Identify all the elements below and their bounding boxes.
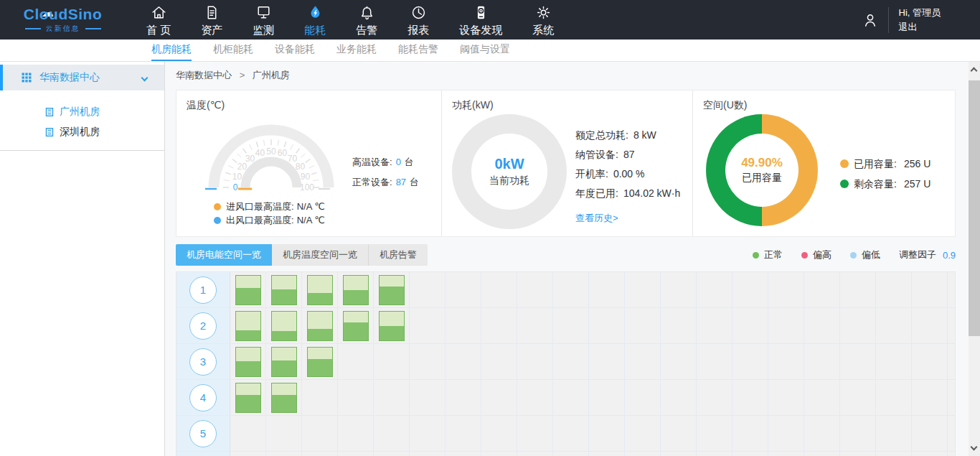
grid-cell [481,452,517,456]
sidebar-item-room[interactable]: 广州机房 [0,102,164,122]
rack-item[interactable] [271,383,297,413]
rack-legend: 正常偏高偏低 调整因子 0.9 [734,248,956,261]
scrollbar-thumb[interactable] [969,80,980,336]
nav-item-energy[interactable]: 能耗 [289,0,341,39]
grid-cell [768,308,804,343]
power-stat: 年度已用:104.02 kW·h [575,184,680,203]
scroll-up-icon[interactable] [971,68,978,75]
grid-cell [876,344,912,379]
grid-cell [374,416,410,451]
rack-grid-row: 6 [176,452,955,456]
legend-dot-icon [840,159,849,168]
rack-item[interactable] [307,275,333,305]
row-label-cell: 3 [176,344,230,379]
rack-item[interactable] [379,311,405,341]
svg-text:50: 50 [266,146,276,157]
row-number-circle[interactable]: 2 [189,312,217,340]
system-icon [534,3,552,22]
grid-cell [625,308,661,343]
grid-cell [266,416,302,451]
power-stat: 纳管设备:87 [575,145,680,164]
subnav-tab-item[interactable]: 阈值与设置 [460,39,510,61]
sidebar-item-room[interactable]: 深圳机房 [0,122,164,142]
rack-item[interactable] [307,347,333,377]
user-greeting: Hi, 管理员 [899,6,941,20]
svg-text:10: 10 [232,172,242,182]
view-history-link[interactable]: 查看历史> [575,208,618,228]
rack-tab[interactable]: 机房温度空间一览 [272,244,368,266]
grid-cell [804,452,840,456]
vertical-scrollbar[interactable] [969,62,980,456]
subnav-tab-item[interactable]: 业务能耗 [336,39,377,61]
nav-item-discover[interactable]: 设备发现 [444,0,517,39]
grid-cell [840,416,876,451]
grid-cell [732,452,768,456]
grid-cell [230,380,266,415]
temp-stat: 高温设备:0台 [352,152,419,172]
brand-logo[interactable]: ☁ CloudSino 云新信息 [0,6,126,34]
grid-cell [697,416,732,451]
grid-cell [768,344,804,379]
grid-cell [446,380,481,415]
home-icon [150,3,168,22]
rack-usage-fill [272,331,296,340]
grid-cell [517,272,553,307]
rack-item[interactable] [271,347,297,377]
rack-usage-fill [272,289,296,304]
grid-cell [625,380,661,415]
nav-item-system[interactable]: 系统 [517,0,569,39]
energy-icon [306,3,324,22]
grid-cell [517,344,553,379]
grid-cell [840,272,876,307]
nav-item-asset[interactable]: 资产 [186,0,237,39]
rack-tab[interactable]: 机房电能空间一览 [176,244,272,266]
rack-item[interactable] [343,275,369,305]
rack-item[interactable] [307,311,333,341]
user-icon[interactable] [861,11,880,29]
subnav-tab-item[interactable]: 机柜能耗 [213,39,253,61]
temperature-title: 温度(℃) [187,99,225,112]
nav-item-monitor[interactable]: 监测 [237,0,289,39]
subnav-tab-item[interactable]: 设备能耗 [275,39,315,61]
rack-item[interactable] [235,275,261,305]
rack-tab[interactable]: 机房告警 [368,244,428,266]
rack-item[interactable] [235,311,261,341]
rack-item[interactable] [271,311,297,341]
nav-item-report[interactable]: 报表 [392,0,444,39]
grid-cell [446,416,481,451]
rack-usage-fill [308,359,332,376]
svg-text:60: 60 [278,148,288,158]
rack-item[interactable] [379,275,405,305]
grid-cell [230,416,266,451]
grid-cell [876,452,912,456]
row-number-circle[interactable]: 3 [189,348,217,376]
grid-cell [374,344,410,379]
sidebar-item-label: 深圳机房 [60,126,100,139]
building-icon [44,107,55,117]
row-number-circle[interactable]: 5 [189,420,217,447]
rack-item[interactable] [343,311,369,341]
subnav-tab-active[interactable]: 机房能耗 [151,39,192,61]
row-number-circle[interactable]: 1 [189,276,217,304]
breadcrumb-datacenter[interactable]: 华南数据中心 [176,70,232,80]
rack-usage-fill [308,293,332,304]
grid-cell [589,344,625,379]
adjust-factor-value[interactable]: 0.9 [943,250,956,261]
subnav-tab-item[interactable]: 能耗告警 [398,39,438,61]
breadcrumb: 华南数据中心 > 广州机房 [176,69,290,82]
nav-item-alarm[interactable]: 告警 [341,0,392,39]
rack-grid-row: 3 [176,344,955,380]
chevron-down-icon[interactable] [141,74,149,81]
logout-link[interactable]: 退出 [899,20,941,34]
grid-cell [625,416,661,451]
main-content: 华南数据中心 > 广州机房 温度(℃) 01020304050607080901… [166,62,969,456]
rack-item[interactable] [235,347,261,377]
rack-item[interactable] [271,275,297,305]
sidebar-root-datacenter[interactable]: 华南数据中心 [0,65,164,90]
rack-item[interactable] [235,383,261,413]
scroll-down-icon[interactable] [971,444,978,451]
nav-item-home[interactable]: 首 页 [131,0,186,39]
grid-cell [804,272,840,307]
grid-cell [948,380,955,415]
row-number-circle[interactable]: 4 [189,384,217,411]
